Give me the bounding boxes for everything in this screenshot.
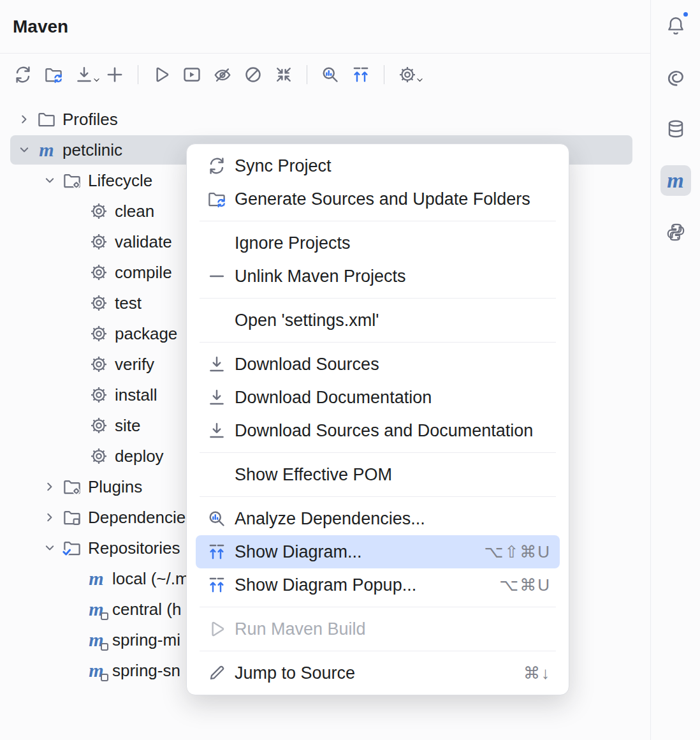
repositories-folder-icon (62, 538, 82, 558)
goal-icon (89, 385, 108, 404)
database-button[interactable] (660, 114, 691, 144)
maven-remote-repo-icon: m (87, 630, 106, 649)
tree-item-label: verify (115, 355, 154, 374)
lifecycle-folder-icon (62, 171, 82, 190)
download-sources-button[interactable] (69, 59, 99, 90)
offline-icon (244, 65, 263, 84)
diagram-icon (351, 65, 370, 84)
execute-goal-button[interactable] (177, 59, 207, 90)
tree-item-label: validate (115, 232, 172, 252)
tree-item-label: spring-mi (112, 630, 180, 650)
menu-item-label: Sync Project (235, 156, 332, 176)
menu-item-label: Generate Sources and Update Folders (235, 189, 530, 209)
goal-icon (89, 355, 108, 374)
chevron-down-icon[interactable] (15, 141, 33, 159)
chevron-down-icon (415, 75, 425, 85)
tree-item-label: local (~/.m (112, 569, 189, 589)
menu-item-ignore-projects[interactable]: Ignore Projects (196, 226, 560, 260)
tree-item-profiles[interactable]: Profiles (0, 104, 650, 135)
toolbar-separator (307, 65, 307, 84)
tree-item-label: compile (115, 263, 172, 283)
tree-item-label: Plugins (88, 477, 142, 497)
chevron-right-icon[interactable] (41, 478, 59, 496)
tree-item-label: package (115, 324, 177, 344)
tool-window-title: Maven (13, 17, 68, 37)
tree-item-label: site (115, 416, 140, 436)
generate-sources-button[interactable] (38, 59, 69, 90)
menu-item-download-sources[interactable]: Download Sources (196, 348, 560, 381)
tree-item-label: Repositories (88, 538, 180, 558)
goal-icon (89, 293, 108, 313)
collapse-all-icon (274, 65, 293, 84)
goal-icon (89, 447, 108, 466)
menu-item-generate-sources[interactable]: Generate Sources and Update Folders (196, 182, 560, 216)
sync-icon (13, 65, 33, 84)
goal-icon (89, 324, 108, 343)
menu-item-run-maven-build[interactable]: Run Maven Build (196, 612, 560, 646)
menu-item-label: Download Documentation (235, 388, 432, 408)
toolbar-separator (384, 65, 384, 84)
play-icon (207, 619, 226, 639)
menu-item-label: Show Effective POM (235, 465, 392, 485)
tree-item-label: Profiles (62, 110, 118, 130)
run-all-button[interactable] (146, 59, 177, 90)
goal-icon (89, 202, 108, 221)
download-icon (207, 355, 226, 374)
tree-item-label: spring-sn (112, 661, 180, 681)
add-project-button[interactable] (99, 59, 130, 90)
goal-icon (89, 232, 108, 251)
menu-item-shortcut: ⌥⇧⌘U (471, 542, 551, 562)
maven-remote-repo-icon: m (87, 661, 106, 680)
ai-assistant-button[interactable] (660, 62, 691, 93)
tree-item-label: test (115, 293, 142, 313)
menu-item-label: Show Diagram... (235, 542, 362, 562)
menu-item-show-diagram-popup[interactable]: Show Diagram Popup... ⌥⌘U (196, 568, 560, 602)
maven-tool-button[interactable]: m (660, 165, 691, 196)
menu-item-download-sources-and-documentation[interactable]: Download Sources and Documentation (196, 414, 560, 447)
run-window-icon (182, 65, 201, 84)
menu-item-download-documentation[interactable]: Download Documentation (196, 381, 560, 414)
download-icon (207, 388, 226, 407)
python-packages-button[interactable] (660, 217, 691, 248)
chevron-right-icon[interactable] (15, 110, 33, 128)
settings-button[interactable] (392, 59, 423, 90)
collapse-all-button[interactable] (268, 59, 299, 90)
tree-item-label: central (h (112, 600, 181, 619)
context-menu: Sync Project Generate Sources and Update… (186, 144, 569, 695)
gear-icon (398, 65, 417, 84)
hook-icon (666, 67, 686, 87)
tree-item-label: Dependencie (88, 508, 186, 528)
skip-tests-button[interactable] (207, 59, 238, 90)
menu-item-analyze-dependencies[interactable]: Analyze Dependencies... (196, 502, 560, 535)
tree-item-label: clean (115, 202, 154, 221)
analyze-dependencies-icon (207, 509, 226, 528)
menu-separator (200, 342, 556, 343)
menu-item-sync-project[interactable]: Sync Project (196, 149, 560, 182)
play-icon (152, 65, 171, 84)
toolbar (0, 54, 650, 96)
chevron-down-icon[interactable] (41, 539, 59, 557)
reload-projects-button[interactable] (8, 59, 38, 90)
tool-window-header: Maven (0, 0, 650, 54)
menu-item-jump-to-source[interactable]: Jump to Source ⌘↓ (196, 656, 560, 690)
notifications-button[interactable] (660, 10, 691, 41)
menu-item-shortcut: ⌥⌘U (486, 575, 551, 595)
menu-item-open-settings-xml[interactable]: Open 'settings.xml' (196, 304, 560, 337)
bell-icon (666, 15, 686, 36)
offline-mode-button[interactable] (238, 59, 268, 90)
menu-item-unlink-maven-projects[interactable]: Unlink Maven Projects (196, 260, 560, 293)
dependencies-folder-icon (62, 508, 82, 527)
analyze-dependencies-icon (321, 65, 340, 84)
maven-icon: m (37, 140, 56, 159)
python-icon (666, 222, 686, 242)
menu-item-show-effective-pom[interactable]: Show Effective POM (196, 458, 560, 491)
show-diagram-button[interactable] (346, 59, 376, 90)
analyze-dependencies-button[interactable] (315, 59, 346, 90)
menu-item-label: Open 'settings.xml' (235, 311, 379, 330)
chevron-right-icon[interactable] (41, 508, 59, 526)
maven-icon: m (667, 170, 683, 191)
menu-item-label: Download Sources and Documentation (235, 421, 533, 441)
menu-item-show-diagram[interactable]: Show Diagram... ⌥⇧⌘U (196, 535, 560, 568)
chevron-down-icon[interactable] (41, 172, 59, 189)
menu-item-label: Download Sources (235, 355, 379, 374)
